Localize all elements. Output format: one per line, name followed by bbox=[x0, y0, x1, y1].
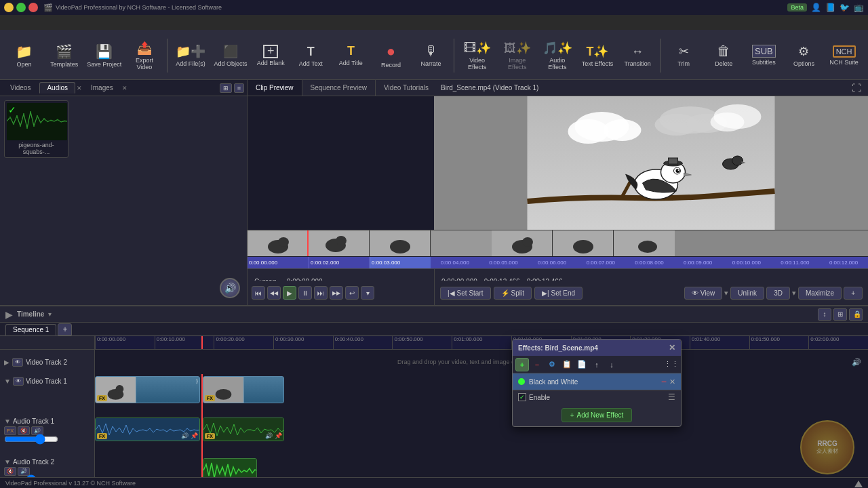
more-transport-btn[interactable]: ▾ bbox=[361, 286, 374, 300]
track-1-expand-btn[interactable]: ▼ bbox=[4, 378, 11, 385]
preview-fullscreen-btn[interactable]: ⛶ bbox=[852, 83, 861, 94]
audio-1-volume-slider[interactable] bbox=[4, 436, 58, 442]
video-clip-1[interactable]: ⟩ FX bbox=[95, 376, 200, 403]
timeline-tool-2[interactable]: ⊞ bbox=[833, 308, 847, 321]
audio-clip-1[interactable]: FX 🔊 📌 bbox=[95, 418, 200, 441]
effect-down-btn[interactable]: ↓ bbox=[605, 358, 618, 371]
step-forward-btn[interactable]: ▶▶ bbox=[330, 286, 343, 300]
nch-suite-button[interactable]: NCH NCH Suite bbox=[825, 35, 863, 77]
pause-btn[interactable]: ⏸ bbox=[298, 286, 312, 300]
step-back-btn[interactable]: ◀◀ bbox=[267, 286, 281, 300]
view-btn[interactable]: 👁 View bbox=[684, 287, 723, 300]
add-blank-button[interactable]: + Add Blank bbox=[252, 35, 290, 77]
close-btn[interactable] bbox=[28, 3, 38, 12]
add-files-button[interactable]: 📁➕ Add File(s) bbox=[172, 35, 209, 77]
zoom-in-btn[interactable]: + bbox=[844, 287, 863, 300]
timestamp-1: 0:00:02.000 bbox=[309, 257, 370, 269]
delete-icon bbox=[717, 43, 730, 59]
text-effects-button[interactable]: T✨ Text Effects bbox=[578, 35, 616, 77]
maximize-btn[interactable]: Maximize bbox=[798, 287, 842, 300]
add-objects-button[interactable]: ⬛ Add Objects bbox=[212, 35, 250, 77]
timeline-tool-3[interactable]: 🔒 bbox=[849, 308, 863, 321]
timeline-tool-1[interactable]: ↕ bbox=[818, 308, 831, 321]
subtitles-button[interactable]: SUB Subtitles bbox=[745, 35, 783, 77]
set-end-btn[interactable]: ▶| Set End bbox=[534, 287, 583, 300]
media-item-pigeons[interactable]: ✓ pigeons-and-squabs-... bbox=[4, 100, 68, 158]
add-text-button[interactable]: Add Text bbox=[292, 35, 330, 77]
audio-clip-2[interactable]: FX 🔊 📌 bbox=[203, 418, 284, 441]
timeline-arrow-btn[interactable]: ▶ bbox=[5, 309, 13, 320]
go-to-end-btn[interactable]: ⏭ bbox=[314, 286, 328, 300]
track-2-mute-btn[interactable]: 👁 bbox=[12, 358, 23, 367]
track-content-video-2[interactable]: Drag and drop your video, text and image… bbox=[95, 350, 868, 374]
audio-effects-button[interactable]: 🎵✨ Audio Effects bbox=[538, 35, 576, 77]
effect-bw-remove[interactable]: − bbox=[661, 376, 667, 387]
save-project-button[interactable]: 💾 Save Project bbox=[85, 35, 123, 77]
delete-button[interactable]: Delete bbox=[705, 35, 743, 77]
unlink-btn[interactable]: Unlink bbox=[730, 287, 764, 300]
go-to-start-btn[interactable]: ⏮ bbox=[252, 286, 265, 300]
transition-button[interactable]: Transition bbox=[619, 35, 656, 77]
tab-audios[interactable]: Audios bbox=[39, 82, 75, 94]
tab-videos[interactable]: Videos bbox=[3, 82, 38, 94]
effect-paste-btn[interactable]: 📄 bbox=[575, 358, 589, 371]
title-bar-text: VideoPad Professional by NCH Software - … bbox=[56, 4, 222, 11]
record-button[interactable]: Record bbox=[372, 35, 410, 77]
templates-label: Templates bbox=[50, 61, 78, 68]
3d-btn[interactable]: 3D bbox=[766, 287, 790, 300]
image-effects-button[interactable]: 🖼✨ Image Effects bbox=[498, 35, 536, 77]
volume-control[interactable]: 🔊 bbox=[220, 278, 240, 298]
close-images-tab[interactable]: ✕ bbox=[122, 85, 127, 92]
effect-copy-btn[interactable]: 📋 bbox=[560, 358, 574, 371]
view-dropdown-btn[interactable]: ▾ bbox=[724, 289, 728, 298]
set-start-btn[interactable]: |◀ Set Start bbox=[440, 287, 491, 300]
ruler-mark-5: 0:00:50.000 bbox=[392, 336, 452, 349]
effect-bw-close[interactable]: ✕ bbox=[669, 378, 675, 386]
media-view-toggle[interactable]: ⊞ bbox=[220, 83, 232, 93]
export-video-button[interactable]: 📤 Export Video bbox=[125, 35, 163, 77]
3d-dropdown-btn[interactable]: ▾ bbox=[792, 289, 796, 298]
video-effects-button[interactable]: 🎞✨ Video Effects bbox=[458, 35, 496, 77]
templates-button[interactable]: 🎬 Templates bbox=[45, 35, 83, 77]
effect-enable-checkbox[interactable]: ✓ bbox=[518, 393, 526, 401]
narrate-button[interactable]: Narrate bbox=[412, 35, 450, 77]
track-content-audio-1[interactable]: FX 🔊 📌 FX 🔊 📌 bbox=[95, 415, 868, 455]
tab-images[interactable]: Images bbox=[83, 82, 121, 94]
tab-clip-preview[interactable]: Clip Preview bbox=[248, 80, 302, 96]
ruler-mark-10: 0:01:40.000 bbox=[690, 336, 749, 349]
trim-button[interactable]: Trim bbox=[665, 35, 703, 77]
sequence-1-tab[interactable]: Sequence 1 bbox=[5, 324, 56, 336]
add-new-effect-btn[interactable]: + Add New Effect bbox=[561, 408, 633, 422]
effect-up-btn[interactable]: ↑ bbox=[590, 358, 604, 371]
close-audios-tab[interactable]: ✕ bbox=[77, 85, 82, 92]
open-button[interactable]: Open bbox=[5, 35, 43, 77]
loop-btn[interactable]: ↩ bbox=[345, 286, 359, 300]
tab-video-tutorials[interactable]: Video Tutorials bbox=[376, 80, 437, 96]
effect-item-bw[interactable]: Black and White − ✕ bbox=[513, 373, 681, 390]
add-sequence-tab[interactable]: + bbox=[58, 323, 72, 336]
timeline-ruler[interactable]: 0:00:00.000 0:00:10.000 0:00:20.000 0:00… bbox=[0, 336, 868, 350]
effects-dialog-title[interactable]: Effects: Bird_Scene.mp4 ✕ bbox=[513, 340, 681, 356]
media-sort-toggle[interactable]: ≡ bbox=[234, 83, 244, 93]
effect-settings-btn[interactable]: ⚙ bbox=[545, 358, 559, 371]
add-title-button[interactable]: T Add Title bbox=[332, 35, 370, 77]
effect-add-btn[interactable]: + bbox=[515, 358, 529, 371]
audio-1-expand-btn[interactable]: ▼ bbox=[4, 418, 11, 425]
track-2-expand-btn[interactable]: ▶ bbox=[4, 359, 9, 366]
play-btn[interactable]: ▶ bbox=[283, 286, 296, 300]
split-btn[interactable]: ⚡ Split bbox=[494, 287, 532, 300]
maximize-btn[interactable] bbox=[16, 3, 26, 12]
minimize-btn[interactable] bbox=[4, 3, 14, 12]
track-content-video-1[interactable]: ⟩ FX FX bbox=[95, 374, 868, 415]
effects-dialog-close[interactable]: ✕ bbox=[669, 343, 675, 352]
effect-more-btn[interactable]: ⋮⋮ bbox=[665, 358, 678, 371]
effect-options-btn[interactable]: ☰ bbox=[668, 392, 675, 402]
options-button[interactable]: Options bbox=[785, 35, 823, 77]
tab-sequence-preview[interactable]: Sequence Preview bbox=[302, 80, 376, 96]
filmstrip-scrubber[interactable] bbox=[248, 230, 868, 257]
timeline-dropdown-btn[interactable]: ▾ bbox=[48, 310, 52, 318]
audio-2-expand-btn[interactable]: ▼ bbox=[4, 458, 11, 466]
video-clip-2[interactable]: FX bbox=[203, 376, 284, 403]
track-1-mute-btn[interactable]: 👁 bbox=[13, 377, 24, 386]
effect-remove-btn[interactable]: − bbox=[530, 358, 544, 371]
